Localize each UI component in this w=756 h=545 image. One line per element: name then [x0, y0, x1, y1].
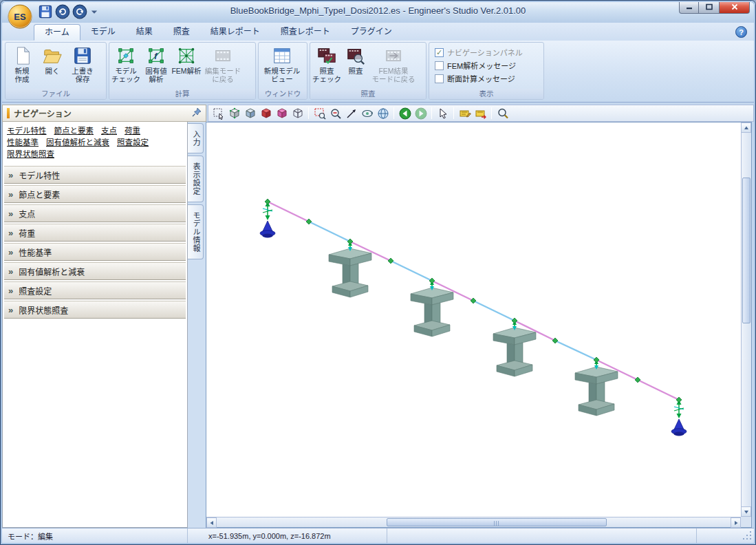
- select-region-icon[interactable]: [211, 106, 226, 120]
- fem-analysis-button[interactable]: FEM解析: [171, 44, 202, 75]
- check-button[interactable]: 照査: [342, 44, 369, 75]
- scroll-down-icon[interactable]: [741, 506, 751, 517]
- bridge-pier[interactable]: [493, 328, 536, 376]
- save-file-button[interactable]: 上書き 保存: [67, 44, 98, 84]
- vertical-scroll-thumb[interactable]: [742, 178, 750, 323]
- nav-section-supports[interactable]: »支点: [4, 204, 186, 222]
- minimize-button[interactable]: [679, 1, 699, 14]
- horizontal-scroll-thumb[interactable]: [387, 518, 607, 526]
- bridge-pier[interactable]: [575, 367, 618, 416]
- toolbar-separator: [453, 107, 454, 119]
- measure-icon[interactable]: [344, 106, 358, 120]
- view-cube-wire-icon[interactable]: [290, 106, 305, 120]
- ribbon-group-window: 新規モデル ビュー ウィンドウ: [258, 42, 307, 100]
- zoom-search-icon[interactable]: [495, 106, 510, 120]
- tab-check[interactable]: 照査: [163, 24, 200, 41]
- nav-section-nodes-elements[interactable]: »節点と要素: [4, 185, 186, 203]
- zoom-out-icon[interactable]: [328, 106, 343, 120]
- maximize-button[interactable]: [699, 1, 719, 14]
- tab-model[interactable]: モデル: [80, 24, 126, 41]
- bridge-nodes[interactable]: [265, 199, 682, 403]
- navigation-panel: モデル特性節点と要素支点荷重 性能基準固有値解析と減衰照査設定 限界状態照査 »…: [2, 122, 188, 528]
- nav-link-eigen-damping[interactable]: 固有値解析と減衰: [46, 138, 109, 147]
- nav-link-model-props[interactable]: モデル特性: [7, 127, 47, 135]
- app-logo-icon[interactable]: ES: [7, 3, 33, 30]
- view-cube-red-icon[interactable]: [259, 106, 273, 120]
- nav-section-check-settings[interactable]: »照査設定: [4, 281, 186, 299]
- scroll-up-icon[interactable]: [741, 122, 751, 133]
- eigenvalue-icon: f: [146, 45, 166, 66]
- help-button[interactable]: ?: [735, 26, 747, 38]
- tab-result-report[interactable]: 結果レポート: [200, 24, 270, 41]
- new-document-icon: [12, 45, 32, 66]
- redo-icon[interactable]: [72, 5, 87, 19]
- nav-link-limit-state[interactable]: 限界状態照査: [7, 150, 54, 158]
- nav-section-model-props[interactable]: »モデル特性: [4, 166, 186, 184]
- bridge-model-canvas[interactable]: [206, 122, 742, 517]
- horizontal-scrollbar[interactable]: [206, 517, 741, 527]
- fem-mesh-icon: [176, 45, 197, 66]
- tab-home[interactable]: ホーム: [34, 24, 80, 41]
- orbit-icon[interactable]: [360, 106, 374, 120]
- checkbox-unchecked-icon[interactable]: [435, 74, 444, 83]
- qat-dropdown-icon[interactable]: [89, 5, 99, 19]
- view-forward-icon: [413, 106, 428, 120]
- eigenvalue-analysis-button[interactable]: f 固有値 解析: [141, 44, 171, 84]
- checkbox-checked-icon[interactable]: ✓: [435, 48, 444, 57]
- nav-section-performance[interactable]: »性能基準: [4, 243, 186, 261]
- check-magnifier-icon: [345, 45, 366, 66]
- view-cube-pink-icon[interactable]: [274, 106, 289, 120]
- nav-section-eigen-damping[interactable]: »固有値解析と減衰: [4, 262, 186, 280]
- abutment-support[interactable]: [260, 202, 275, 238]
- pin-icon[interactable]: [192, 107, 202, 120]
- annotate2-icon[interactable]: [473, 106, 488, 120]
- pointer-icon[interactable]: [435, 106, 450, 120]
- view-cube-white-icon[interactable]: [227, 106, 241, 120]
- side-tab-input[interactable]: 入力: [188, 123, 204, 153]
- nav-section-loads[interactable]: »荷重: [4, 224, 186, 242]
- close-button[interactable]: [719, 1, 750, 14]
- nav-link-supports[interactable]: 支点: [101, 127, 117, 135]
- checkbox-section-message[interactable]: 断面計算メッセージ: [435, 73, 538, 84]
- nav-link-loads[interactable]: 荷重: [125, 127, 140, 135]
- checkbox-unchecked-icon[interactable]: [435, 61, 444, 70]
- double-chevron-icon: »: [8, 248, 13, 257]
- titlebar: ES BlueBookBridge_Mphi_TypeI_Dosi2012.es…: [1, 1, 755, 23]
- scroll-left-icon[interactable]: [206, 517, 217, 528]
- return-edit-mode-button: 編集モード に戻る: [202, 44, 244, 84]
- scroll-grip: [494, 521, 500, 526]
- scroll-right-icon[interactable]: [731, 517, 741, 528]
- check-verify-button[interactable]: 照査 チェック: [312, 44, 342, 84]
- nav-section-limit-state[interactable]: »限界状態照査: [4, 301, 186, 319]
- side-tab-display-settings[interactable]: 表示設定: [188, 156, 204, 202]
- side-tab-model-info[interactable]: モデル情報: [188, 204, 204, 259]
- model-check-button[interactable]: モデル チェック: [111, 44, 141, 84]
- resize-grip[interactable]: [743, 531, 753, 541]
- view-toolbar: [208, 105, 754, 122]
- new-model-view-button[interactable]: 新規モデル ビュー: [260, 44, 304, 84]
- save-icon[interactable]: [38, 5, 53, 19]
- zoom-window-icon[interactable]: [312, 106, 327, 120]
- status-mode: モード：編集: [2, 528, 188, 543]
- nav-link-performance[interactable]: 性能基準: [7, 138, 39, 147]
- view-cube-shaded-icon[interactable]: [243, 106, 257, 120]
- ribbon-group-file: 新規 作成 開く 上書き 保存 ファイル: [5, 42, 107, 100]
- pan-globe-icon[interactable]: [376, 106, 390, 120]
- tab-results[interactable]: 結果: [126, 24, 163, 41]
- annotate-icon[interactable]: [457, 106, 472, 120]
- vertical-scrollbar[interactable]: [741, 122, 751, 517]
- nav-link-nodes-elements[interactable]: 節点と要素: [54, 127, 94, 135]
- checkbox-navigation-panel[interactable]: ✓ ナビゲーションパネル: [435, 47, 538, 58]
- abutment-support[interactable]: [671, 400, 687, 436]
- tab-plugin[interactable]: プラグイン: [341, 24, 402, 41]
- bridge-pier[interactable]: [329, 248, 371, 297]
- nav-link-check-settings[interactable]: 照査設定: [117, 138, 149, 147]
- view-back-icon[interactable]: [398, 106, 412, 120]
- bridge-pier[interactable]: [411, 288, 453, 336]
- undo-icon[interactable]: [55, 5, 70, 19]
- group-label-window: ウィンドウ: [259, 89, 307, 99]
- new-file-button[interactable]: 新規 作成: [7, 44, 37, 84]
- open-file-button[interactable]: 開く: [37, 44, 67, 75]
- tab-check-report[interactable]: 照査レポート: [270, 24, 341, 41]
- checkbox-fem-message[interactable]: FEM解析メッセージ: [435, 60, 538, 71]
